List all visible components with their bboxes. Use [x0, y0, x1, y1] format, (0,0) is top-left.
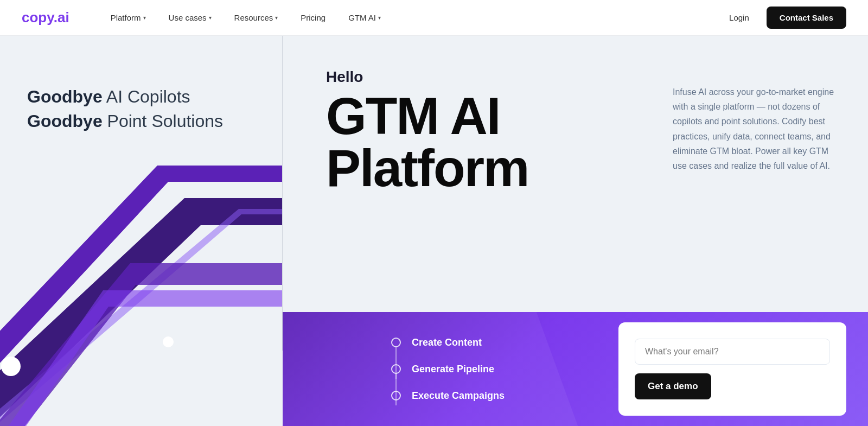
- logo-text: copy.ai: [22, 9, 69, 26]
- menu-item-generate-pipeline[interactable]: Generate Pipeline: [391, 356, 618, 383]
- menu-item-execute-campaigns[interactable]: Execute Campaigns: [391, 383, 618, 409]
- svg-point-0: [1, 357, 21, 376]
- chevron-down-icon: ▾: [275, 15, 278, 21]
- main-content: Goodbye AI Copilots Goodbye Point Soluti…: [0, 36, 868, 426]
- email-input[interactable]: [635, 339, 830, 365]
- gtm-title: GTM AI Platform: [326, 90, 640, 194]
- menu-dot-icon: [391, 391, 401, 400]
- nav-right: Login Contact Sales: [720, 7, 846, 29]
- logo[interactable]: copy.ai: [22, 9, 69, 26]
- contact-sales-button[interactable]: Contact Sales: [767, 7, 846, 29]
- menu-item-create-content[interactable]: Create Content: [391, 329, 618, 356]
- headline-line1: Goodbye AI Copilots: [27, 85, 223, 109]
- hero-text: Hello GTM AI Platform: [326, 68, 640, 290]
- left-panel: Goodbye AI Copilots Goodbye Point Soluti…: [0, 36, 282, 426]
- track-svg: [0, 155, 282, 426]
- hero-description: Infuse AI across your go-to-market engin…: [673, 68, 835, 290]
- chevron-down-icon: ▾: [378, 15, 381, 21]
- chevron-down-icon: ▾: [209, 15, 212, 21]
- menu-items: Create Content Generate Pipeline Execute…: [283, 312, 618, 426]
- right-section: Hello GTM AI Platform Infuse AI across y…: [283, 36, 868, 426]
- get-demo-button[interactable]: Get a demo: [635, 373, 711, 399]
- nav-item-gtmai[interactable]: GTM AI ▾: [340, 9, 390, 27]
- nav-item-usecases[interactable]: Use cases ▾: [160, 9, 220, 27]
- track-graphic: [0, 155, 282, 426]
- left-headline: Goodbye AI Copilots Goodbye Point Soluti…: [27, 85, 223, 133]
- nav-item-resources[interactable]: Resources ▾: [226, 9, 287, 27]
- hero-area: Hello GTM AI Platform Infuse AI across y…: [283, 36, 868, 312]
- nav-item-pricing[interactable]: Pricing: [292, 9, 334, 27]
- login-link[interactable]: Login: [720, 9, 758, 27]
- nav-item-platform[interactable]: Platform ▾: [102, 9, 155, 27]
- svg-point-3: [163, 336, 174, 347]
- email-form-panel: Get a demo: [618, 322, 846, 416]
- nav-links: Platform ▾ Use cases ▾ Resources ▾ Prici…: [102, 9, 720, 27]
- menu-dot-icon: [391, 338, 401, 347]
- menu-dot-icon: [391, 364, 401, 374]
- chevron-down-icon: ▾: [143, 15, 146, 21]
- hello-text: Hello: [326, 68, 640, 86]
- headline-line2: Goodbye Point Solutions: [27, 109, 223, 133]
- bottom-section: Create Content Generate Pipeline Execute…: [283, 312, 868, 426]
- navbar: copy.ai Platform ▾ Use cases ▾ Resources…: [0, 0, 868, 36]
